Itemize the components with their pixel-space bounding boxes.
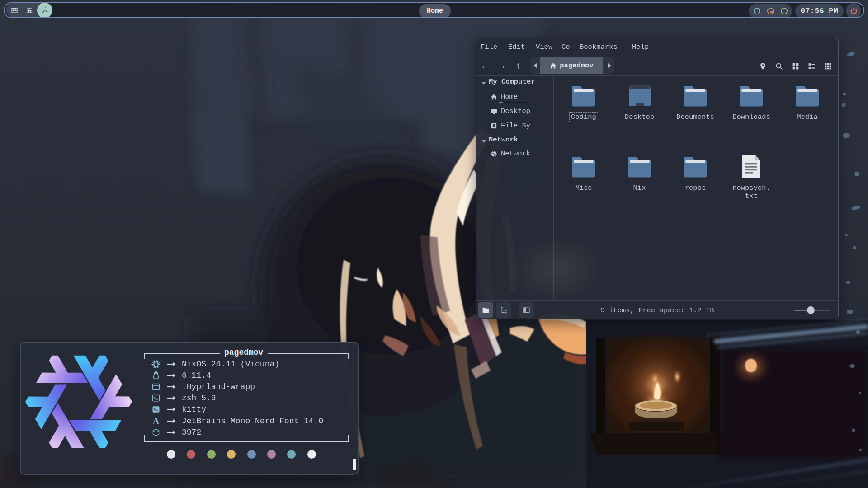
svg-text:A: A [153, 417, 160, 426]
